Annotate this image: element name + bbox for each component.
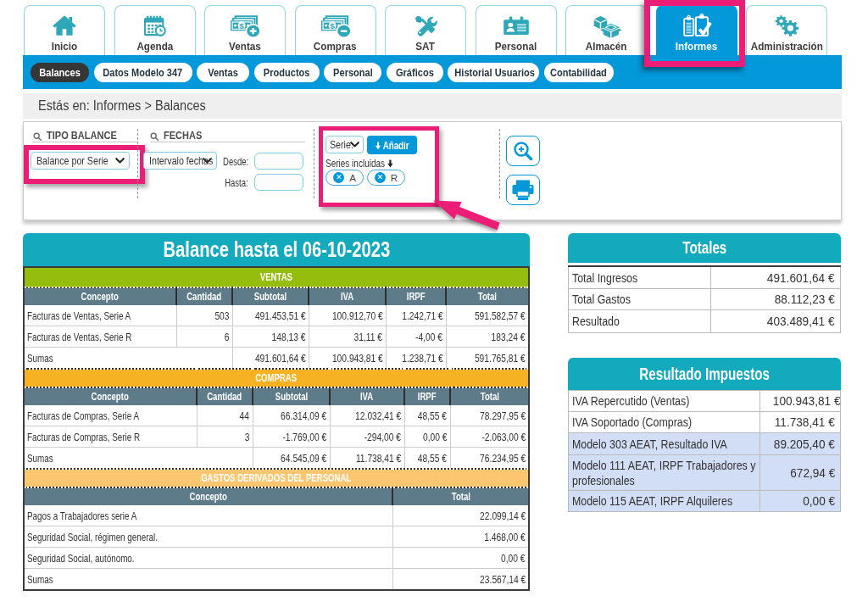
svg-text:$: $: [239, 21, 244, 31]
svg-text:$: $: [330, 21, 335, 31]
